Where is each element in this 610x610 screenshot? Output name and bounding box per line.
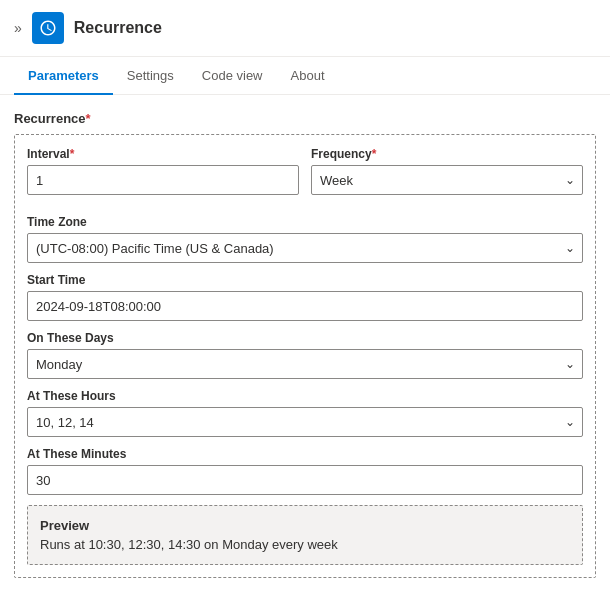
preview-text: Runs at 10:30, 12:30, 14:30 on Monday ev… xyxy=(40,537,570,552)
start-time-field-group: Start Time xyxy=(27,273,583,321)
app-header: » Recurrence xyxy=(0,0,610,57)
interval-input[interactable] xyxy=(27,165,299,195)
frequency-select-wrapper: Second Minute Hour Day Week Month ⌄ xyxy=(311,165,583,195)
at-these-hours-field-group: At These Hours 10, 12, 14 ⌄ xyxy=(27,389,583,437)
on-these-days-field-group: On These Days Monday Tuesday Wednesday T… xyxy=(27,331,583,379)
tab-settings[interactable]: Settings xyxy=(113,58,188,95)
preview-title: Preview xyxy=(40,518,570,533)
on-these-days-select[interactable]: Monday Tuesday Wednesday Thursday Friday… xyxy=(27,349,583,379)
expand-icon[interactable]: » xyxy=(14,20,22,36)
frequency-required: * xyxy=(372,147,377,161)
at-these-minutes-field-group: At These Minutes xyxy=(27,447,583,495)
tab-parameters[interactable]: Parameters xyxy=(14,58,113,95)
frequency-label: Frequency* xyxy=(311,147,583,161)
tab-bar: Parameters Settings Code view About xyxy=(0,57,610,95)
at-these-minutes-label: At These Minutes xyxy=(27,447,583,461)
preview-box: Preview Runs at 10:30, 12:30, 14:30 on M… xyxy=(27,505,583,565)
at-these-hours-select[interactable]: 10, 12, 14 xyxy=(27,407,583,437)
on-these-days-select-wrapper: Monday Tuesday Wednesday Thursday Friday… xyxy=(27,349,583,379)
tab-code-view[interactable]: Code view xyxy=(188,58,277,95)
timezone-select[interactable]: (UTC-08:00) Pacific Time (US & Canada) xyxy=(27,233,583,263)
interval-required: * xyxy=(70,147,75,161)
timezone-field-group: Time Zone (UTC-08:00) Pacific Time (US &… xyxy=(27,215,583,263)
timezone-select-wrapper: (UTC-08:00) Pacific Time (US & Canada) ⌄ xyxy=(27,233,583,263)
start-time-label: Start Time xyxy=(27,273,583,287)
at-these-hours-label: At These Hours xyxy=(27,389,583,403)
on-these-days-label: On These Days xyxy=(27,331,583,345)
recurrence-section-label: Recurrence* xyxy=(14,111,596,126)
at-these-hours-select-wrapper: 10, 12, 14 ⌄ xyxy=(27,407,583,437)
page-title: Recurrence xyxy=(74,19,162,37)
recurrence-fields-box: Interval* Frequency* Second Minute Hour … xyxy=(14,134,596,578)
frequency-field-group: Frequency* Second Minute Hour Day Week M… xyxy=(311,147,583,195)
tab-about[interactable]: About xyxy=(277,58,339,95)
at-these-minutes-input[interactable] xyxy=(27,465,583,495)
frequency-select[interactable]: Second Minute Hour Day Week Month xyxy=(311,165,583,195)
interval-label: Interval* xyxy=(27,147,299,161)
timezone-label: Time Zone xyxy=(27,215,583,229)
start-time-input[interactable] xyxy=(27,291,583,321)
form-content: Recurrence* Interval* Frequency* Second … xyxy=(0,95,610,606)
interval-frequency-row: Interval* Frequency* Second Minute Hour … xyxy=(27,147,583,205)
required-indicator: * xyxy=(86,111,91,126)
recurrence-icon xyxy=(32,12,64,44)
interval-field-group: Interval* xyxy=(27,147,299,195)
